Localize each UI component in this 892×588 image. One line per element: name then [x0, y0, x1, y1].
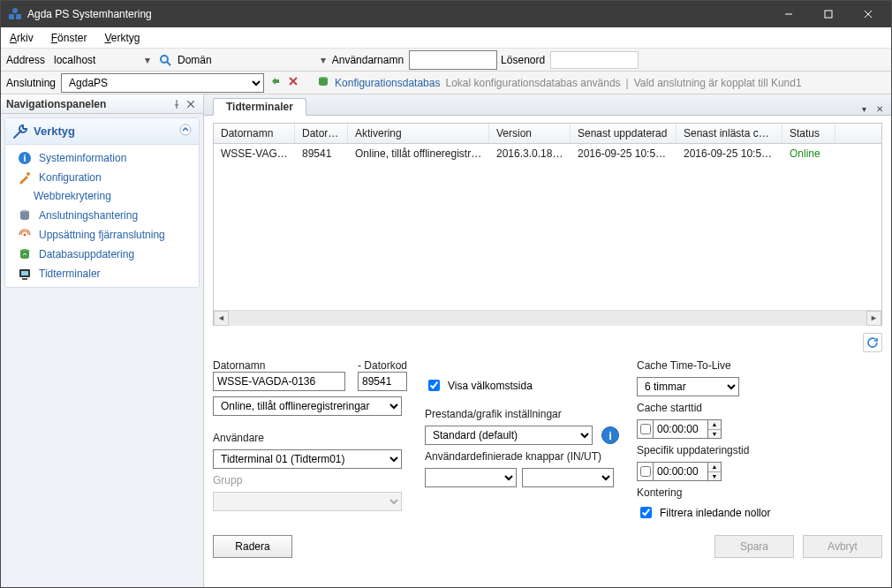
kontering-label: Kontering — [637, 486, 858, 499]
pass-label: Lösenord — [501, 54, 545, 66]
pass-input[interactable] — [550, 51, 639, 69]
refresh-button[interactable] — [863, 333, 882, 352]
spinner[interactable]: ▲▼ — [707, 419, 722, 439]
form-col-3: Cache Time-To-Live 6 timmar Cache startt… — [637, 359, 858, 521]
user-input[interactable] — [409, 50, 497, 70]
grid-header-cell[interactable]: Datorkod — [295, 124, 348, 143]
doman-input[interactable] — [217, 50, 314, 70]
nav-item-konfiguration[interactable]: Konfiguration — [5, 168, 199, 187]
tab-dropdown-icon[interactable]: ▾ — [858, 102, 870, 115]
grid-header-cell[interactable]: Aktivering — [348, 124, 489, 143]
button-bar: Radera Spara Avbryt — [213, 528, 882, 558]
nav-group-verktyg: Verktyg i Systeminformation Konfiguratio… — [4, 117, 200, 288]
datornamn-label: Datornamn — [213, 359, 352, 372]
tabbar: Tidterminaler ▾ ✕ — [204, 94, 891, 116]
nav-close-icon[interactable] — [184, 97, 198, 111]
nav-item-anslutningshantering[interactable]: Anslutningshantering — [5, 206, 199, 225]
nav-panel: Navigationspanelen Verktyg — [1, 94, 204, 587]
prestanda-select[interactable]: Standard (default) — [425, 426, 593, 445]
menu-arkiv[interactable]: Arkiv — [1, 27, 42, 48]
app-window: Agda PS Systemhantering Arkiv Fönster Ve… — [0, 0, 892, 588]
datornamn-input[interactable] — [213, 372, 345, 391]
grid: Datornamn Datorkod Aktivering Version Se… — [213, 123, 882, 326]
tab-content: Datornamn Datorkod Aktivering Version Se… — [204, 116, 891, 587]
tab-tidterminaler[interactable]: Tidterminaler — [213, 98, 306, 116]
minimize-button[interactable] — [768, 1, 808, 27]
nav-panel-header: Navigationspanelen — [1, 94, 203, 114]
menu-fonster[interactable]: Fönster — [42, 27, 96, 48]
search-icon[interactable] — [156, 51, 174, 69]
grid-header-cell[interactable]: Datornamn — [214, 124, 295, 143]
address-input[interactable] — [50, 50, 139, 70]
datorkod-input[interactable] — [358, 372, 407, 391]
avbryt-button: Avbryt — [803, 535, 882, 558]
anslutning-select[interactable]: AgdaPS — [61, 73, 264, 93]
scroll-left-icon[interactable]: ◄ — [214, 311, 229, 326]
address-dropdown-icon[interactable]: ▾ — [142, 54, 153, 66]
spinner[interactable]: ▲▼ — [707, 462, 722, 481]
visa-valkomst-checkbox[interactable] — [428, 380, 440, 391]
menubar: Arkiv Fönster Verktyg — [1, 27, 891, 49]
scroll-right-icon[interactable]: ► — [866, 311, 881, 326]
grid-header-cell[interactable]: Version — [489, 124, 571, 143]
svg-rect-19 — [22, 278, 27, 280]
svg-line-8 — [167, 62, 170, 65]
anslutning-label: Anslutning — [6, 77, 56, 89]
prestanda-label: Prestanda/grafik inställningar — [425, 408, 619, 420]
nav-panel-title: Navigationspanelen — [6, 98, 106, 110]
grid-hscroll[interactable]: ◄ ► — [214, 310, 881, 325]
svg-rect-18 — [21, 271, 28, 275]
datorkod-label: - Datorkod — [358, 359, 407, 372]
address-toolbar: Address ▾ Domän ▾ Användarnamn Lösenord — [1, 49, 891, 72]
maximize-button[interactable] — [808, 1, 848, 27]
grid-header-cell[interactable]: Senast uppdaterad — [571, 124, 677, 143]
form-col-1: Datornamn - Datorkod Online, tillåt offl… — [213, 359, 407, 521]
grid-header-cell[interactable]: Status — [782, 124, 835, 143]
window-title: Agda PS Systemhantering — [27, 8, 768, 20]
svg-point-15 — [24, 234, 26, 237]
nav-item-databasuppdatering[interactable]: Databasuppdatering — [5, 245, 199, 264]
anvandare-label: Användare — [213, 432, 407, 444]
nav-item-fjarranslutning[interactable]: Uppsättning fjärranslutning — [5, 225, 199, 245]
konfig-db-icon[interactable] — [317, 75, 329, 90]
radera-button[interactable]: Radera — [213, 535, 292, 558]
chevron-up-icon — [179, 124, 192, 139]
connection-toolbar: Anslutning AgdaPS Konfigurationsdatabas … — [1, 72, 891, 94]
specifik-time: ▲▼ — [637, 462, 858, 481]
info-icon[interactable]: i — [601, 426, 619, 444]
grid-header-cell[interactable]: Senast inlästa cache — [677, 124, 782, 143]
pin-icon[interactable] — [170, 97, 184, 111]
delete-conn-icon[interactable] — [287, 75, 299, 90]
visa-valkomst-label: Visa välkomstsida — [448, 380, 533, 392]
grid-body: WSSE-VAGDA... 89541 Online, tillåt offli… — [214, 144, 881, 310]
grid-row[interactable]: WSSE-VAGDA... 89541 Online, tillåt offli… — [214, 144, 881, 163]
nav-group-title: Verktyg — [34, 124, 75, 138]
filtrera-label: Filtrera inledande nollor — [660, 507, 770, 519]
cache-ttl-label: Cache Time-To-Live — [637, 359, 858, 372]
svg-point-2 — [12, 8, 18, 13]
nav-item-tidterminaler[interactable]: Tidterminaler — [5, 264, 199, 283]
filtrera-checkbox[interactable] — [640, 507, 652, 518]
aktivering-select[interactable]: Online, tillåt offlineregistreringar — [213, 396, 402, 416]
svg-rect-4 — [825, 11, 832, 18]
connect-icon[interactable] — [269, 75, 282, 90]
doman-dropdown-icon[interactable]: ▾ — [318, 54, 329, 66]
cache-start-input[interactable] — [653, 419, 707, 439]
close-button[interactable] — [848, 1, 888, 27]
titlebar: Agda PS Systemhantering — [1, 1, 891, 27]
cache-ttl-select[interactable]: 6 timmar — [637, 377, 739, 396]
cache-start-checkbox[interactable] — [640, 424, 651, 434]
nav-group-header[interactable]: Verktyg — [5, 118, 199, 145]
anvandare-select[interactable]: Tidterminal 01 (Tidterm01) — [213, 449, 402, 469]
tab-close-icon[interactable]: ✕ — [873, 102, 886, 115]
nav-item-webbrekrytering[interactable]: Webbrekrytering — [5, 187, 199, 206]
anvdef-ut-select[interactable] — [522, 468, 614, 487]
konfig-db-link[interactable]: Konfigurationsdatabas — [335, 77, 440, 89]
menu-verktyg[interactable]: Verktyg — [95, 27, 148, 48]
nav-item-systeminformation[interactable]: i Systeminformation — [5, 148, 199, 168]
anvdef-in-select[interactable] — [425, 468, 517, 487]
grupp-label: Grupp — [213, 474, 407, 486]
specifik-checkbox[interactable] — [640, 466, 651, 477]
form-col-2: Visa välkomstsida Prestanda/grafik instä… — [425, 359, 619, 521]
specifik-input[interactable] — [653, 462, 707, 481]
